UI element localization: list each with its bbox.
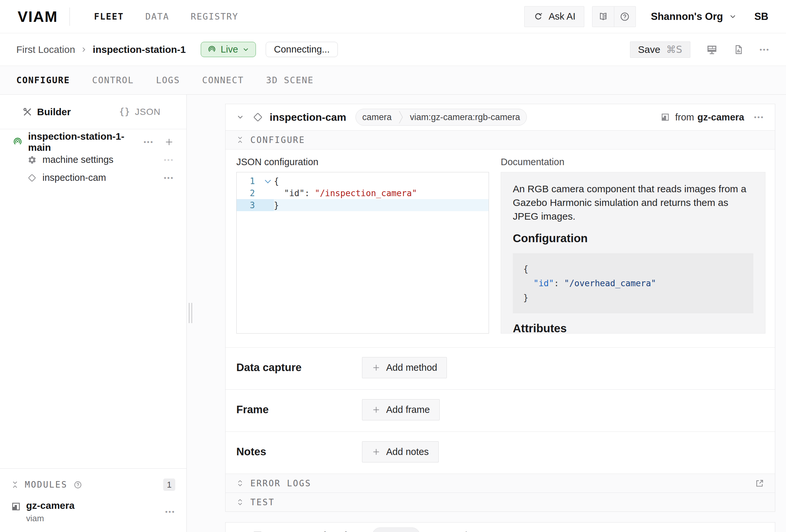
configure-content: Builder {} JSON inspection-station-1-mai… xyxy=(0,95,786,532)
module-list-item[interactable]: gz-camera viam ••• xyxy=(0,494,186,524)
error-logs-section-bar[interactable]: ERROR LOGS xyxy=(226,473,775,492)
sidebar-resize-handle[interactable] xyxy=(189,303,192,323)
tab-configure[interactable]: CONFIGURE xyxy=(16,75,70,85)
external-link-icon xyxy=(755,479,764,488)
tree-item-main-part[interactable]: inspection-station-1-main ••• xyxy=(0,133,186,151)
question-icon xyxy=(620,11,630,22)
main-part-more-menu[interactable]: ••• xyxy=(144,138,154,146)
machine-tabbar: CONFIGURE CONTROL LOGS CONNECT 3D SCENE xyxy=(0,66,786,95)
builder-toggle[interactable]: Builder xyxy=(0,107,93,117)
add-frame-button[interactable]: Add frame xyxy=(362,399,440,420)
machine-dashboard-button[interactable] xyxy=(706,44,718,55)
expand-icon xyxy=(236,499,244,506)
from-module-name[interactable]: gz-camera xyxy=(697,112,744,123)
component-card-inspection-cam: inspection-cam camera viam:gz-camera:rgb… xyxy=(225,104,775,512)
save-button[interactable]: Save ⌘S xyxy=(630,42,690,58)
from-label: from xyxy=(675,112,694,123)
tab-control[interactable]: CONTROL xyxy=(92,75,134,85)
connecting-button[interactable]: Connecting... xyxy=(266,42,338,57)
ask-ai-button[interactable]: Ask AI xyxy=(524,6,584,27)
docs-book-button[interactable] xyxy=(593,6,614,27)
org-switcher[interactable]: Shannon's Org xyxy=(651,11,737,23)
main-part-name: inspection-station-1-main xyxy=(28,131,144,153)
notes-label: Notes xyxy=(236,441,362,458)
modules-header[interactable]: MODULES 1 xyxy=(0,475,186,494)
breadcrumb-location[interactable]: First Location xyxy=(16,44,75,55)
test-section-bar[interactable]: TEST xyxy=(226,492,775,511)
modules-section: MODULES 1 gz-c xyxy=(0,468,186,532)
machine-settings-label: machine settings xyxy=(42,154,114,165)
machine-header-bar: First Location inspection-station-1 Live… xyxy=(0,33,786,66)
add-frame-label: Add frame xyxy=(386,404,430,415)
json-label: JSON xyxy=(135,107,161,117)
add-component-button[interactable] xyxy=(164,137,174,147)
module-card-title: gz-camera by viam xyxy=(269,530,362,532)
nav-item-fleet[interactable]: FLEET xyxy=(94,11,124,22)
plus-icon xyxy=(372,406,380,414)
nav-item-registry[interactable]: REGISTRY xyxy=(191,11,238,22)
test-title: TEST xyxy=(250,498,275,507)
component-model: viam:gz-camera:rgb-camera xyxy=(403,112,527,122)
help-button-group xyxy=(592,6,636,27)
inspection-cam-more-menu[interactable]: ••• xyxy=(164,174,174,182)
component-more-menu[interactable]: ••• xyxy=(754,113,764,121)
add-method-button[interactable]: Add method xyxy=(362,357,447,378)
frame-label: Frame xyxy=(236,399,362,416)
modules-count-badge: 1 xyxy=(163,479,175,491)
top-nav: VIAM FLEET DATA REGISTRY Ask AI xyxy=(0,0,786,33)
error-logs-title: ERROR LOGS xyxy=(250,479,311,488)
machine-report-button[interactable] xyxy=(734,44,744,55)
machine-name: inspection-station-1 xyxy=(93,44,186,55)
configure-body: JSON configuration 1{2 "id": "/inspectio… xyxy=(226,149,775,347)
collapse-icon xyxy=(11,481,19,489)
documentation-label: Documentation xyxy=(501,157,765,167)
data-capture-label: Data capture xyxy=(236,357,362,374)
modules-title: MODULES xyxy=(25,480,68,490)
builder-json-toggle: Builder {} JSON xyxy=(0,95,186,129)
documentation-panel: An RGB camera component that reads image… xyxy=(501,172,765,333)
module-icon xyxy=(661,113,670,122)
add-notes-label: Add notes xyxy=(386,446,429,457)
modules-help-icon[interactable] xyxy=(73,481,82,489)
add-notes-button[interactable]: Add notes xyxy=(362,441,439,462)
json-toggle[interactable]: {} JSON xyxy=(93,107,187,117)
module-card-gz-camera: gz-camera by viam module Registry xyxy=(225,522,775,532)
nav-divider xyxy=(70,7,70,26)
gear-icon xyxy=(27,155,37,164)
save-label: Save xyxy=(638,44,660,55)
configure-section-bar[interactable]: CONFIGURE xyxy=(226,130,775,149)
nav-item-data[interactable]: DATA xyxy=(145,11,169,22)
builder-label: Builder xyxy=(37,107,71,117)
module-name: gz-camera xyxy=(26,500,74,511)
viam-logo[interactable]: VIAM xyxy=(18,8,58,25)
machine-more-menu[interactable]: ••• xyxy=(760,46,770,53)
status-badge: Live xyxy=(221,44,238,55)
machine-status-dropdown[interactable]: Live xyxy=(201,42,256,57)
json-config-editor[interactable]: 1{2 "id": "/inspection_camera"3} xyxy=(236,172,489,333)
tab-logs[interactable]: LOGS xyxy=(156,75,180,85)
module-more-menu[interactable]: ••• xyxy=(165,508,175,516)
tab-3d-scene[interactable]: 3D SCENE xyxy=(266,75,314,85)
chevron-down-icon xyxy=(729,13,737,21)
tab-connect[interactable]: CONNECT xyxy=(202,75,244,85)
frame-section: Frame Add frame xyxy=(226,389,775,432)
component-diamond-icon xyxy=(253,112,263,122)
module-badge: module xyxy=(372,527,420,532)
collapse-chevron-icon[interactable] xyxy=(236,113,244,121)
save-shortcut: ⌘S xyxy=(666,44,682,55)
registry-link[interactable]: Registry xyxy=(434,530,482,532)
tree-item-inspection-cam[interactable]: inspection-cam ••• xyxy=(0,169,186,187)
machine-settings-more-menu[interactable]: ••• xyxy=(164,156,174,164)
chevron-right-icon xyxy=(80,46,88,53)
pill-divider xyxy=(398,109,403,126)
component-type: camera xyxy=(356,112,398,122)
open-logs-external-button[interactable] xyxy=(755,479,764,488)
help-button[interactable] xyxy=(614,6,635,27)
module-publisher: viam xyxy=(26,513,74,524)
ai-sparkle-icon xyxy=(533,11,544,22)
broadcast-icon xyxy=(207,45,216,54)
braces-icon: {} xyxy=(119,107,130,117)
user-avatar[interactable]: SB xyxy=(754,11,768,23)
inspection-cam-label: inspection-cam xyxy=(42,172,106,183)
tree-item-machine-settings[interactable]: machine settings ••• xyxy=(0,151,186,169)
